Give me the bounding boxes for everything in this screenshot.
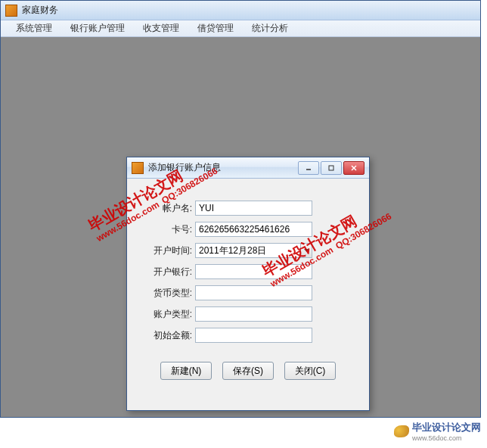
footer-text: 毕业设计论文网 [412,421,481,434]
row-currency: 货币类型: [142,285,354,301]
menu-stats[interactable]: 统计分析 [243,20,297,37]
add-account-dialog: 添加银行账户信息 帐户名: [126,157,370,411]
label-card-no: 卡号: [142,223,195,236]
new-button[interactable]: 新建(N) [160,362,212,380]
footer-icon [394,425,409,437]
maximize-icon [327,164,335,172]
minimize-button[interactable] [298,161,319,175]
label-account-name: 帐户名: [142,202,195,215]
svg-rect-1 [329,166,333,170]
dialog-body: 帐户名: 卡号: 开户时间: 开户银行: 货币类型: [127,179,369,392]
label-open-date: 开户时间: [142,244,195,257]
input-open-date[interactable] [195,243,301,258]
main-title: 家庭财务 [22,4,58,17]
minimize-icon [305,164,312,172]
row-account-name: 帐户名: [142,200,354,216]
window-controls [298,161,364,175]
menu-income-expense[interactable]: 收支管理 [134,20,188,37]
label-initial-amount: 初始金额: [142,329,195,342]
app-icon [5,5,17,17]
label-currency: 货币类型: [142,287,195,300]
input-account-name[interactable] [195,201,312,216]
close-icon [350,164,358,172]
row-card-no: 卡号: [142,221,354,238]
mdi-client-area: 添加银行账户信息 帐户名: [1,37,480,417]
input-currency[interactable] [195,285,312,300]
close-button[interactable] [343,161,364,175]
input-account-type[interactable] [195,306,312,322]
maximize-button[interactable] [321,161,342,175]
row-open-bank: 开户银行: [142,263,354,280]
save-button[interactable]: 保存(S) [222,362,274,380]
row-account-type: 账户类型: [142,306,354,322]
main-window: 家庭财务 系统管理 银行账户管理 收支管理 借贷管理 统计分析 添加银行账户信息 [0,0,481,418]
footer-logo: 毕业设计论文网 www.56doc.com [394,421,481,442]
menu-system[interactable]: 系统管理 [7,20,61,37]
main-title-bar[interactable]: 家庭财务 [1,1,480,20]
footer-url: www.56doc.com [412,434,481,442]
svg-marker-4 [304,249,309,252]
chevron-down-icon [304,249,309,252]
label-account-type: 账户类型: [142,308,195,321]
input-open-bank[interactable] [195,264,312,279]
dialog-title-bar[interactable]: 添加银行账户信息 [127,157,369,179]
button-row: 新建(N) 保存(S) 关闭(C) [142,362,354,380]
menu-bar: 系统管理 银行账户管理 收支管理 借贷管理 统计分析 [1,20,480,37]
menu-bank-account[interactable]: 银行账户管理 [61,20,134,37]
row-open-date: 开户时间: [142,242,354,259]
datepicker-button[interactable] [301,243,312,258]
close-dialog-button[interactable]: 关闭(C) [284,362,336,380]
label-open-bank: 开户银行: [142,266,195,278]
menu-loan[interactable]: 借贷管理 [188,20,243,37]
input-initial-amount[interactable] [195,328,312,343]
input-card-no[interactable] [195,222,312,237]
row-initial-amount: 初始金额: [142,327,354,344]
dialog-title: 添加银行账户信息 [148,161,298,174]
dialog-icon [132,162,144,174]
